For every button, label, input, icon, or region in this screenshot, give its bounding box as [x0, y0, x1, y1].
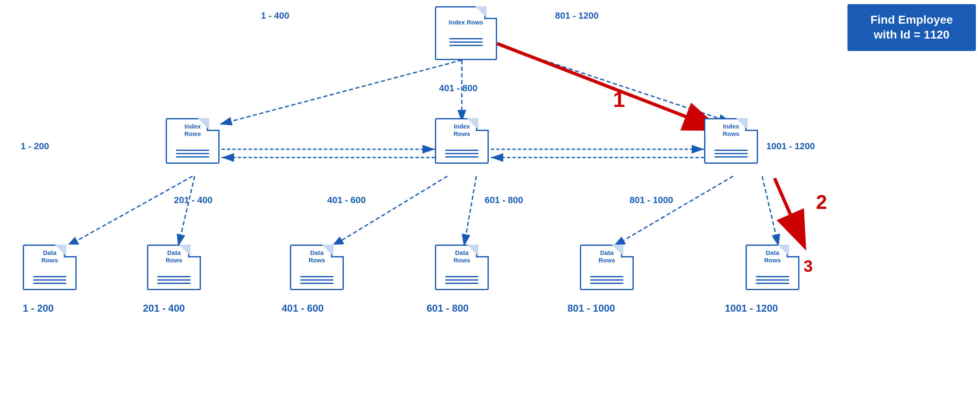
svg-line-13: [613, 176, 733, 247]
data-node-2-shape: DataRows: [147, 245, 201, 290]
data-node-3: DataRows: [290, 245, 344, 290]
bottom-label-5: 801 - 1000: [567, 303, 615, 314]
step-3-label: 3: [804, 257, 813, 276]
svg-line-12: [464, 176, 476, 247]
step-1-label: 1: [613, 87, 625, 112]
data-node-6-label: DataRows: [764, 249, 781, 264]
range-right-lower: 801 - 1000: [630, 195, 673, 206]
mid-center-index-node: IndexRows: [435, 118, 489, 164]
svg-line-15: [497, 44, 717, 128]
data-node-1-label: DataRows: [41, 249, 58, 264]
data-node-6-shape: DataRows: [746, 245, 799, 290]
mid-right-doc-shape: IndexRows: [704, 118, 758, 164]
data-node-4-label: DataRows: [454, 249, 470, 264]
info-box-line1: Find Employee: [870, 13, 953, 26]
range-right-upper: 1001 - 1200: [766, 141, 815, 152]
data-node-5-lines: [590, 274, 623, 286]
range-top-left: 1 - 400: [261, 10, 290, 21]
data-node-2-lines: [157, 274, 191, 286]
svg-line-2: [220, 60, 462, 124]
data-node-3-shape: DataRows: [290, 245, 344, 290]
data-node-3-lines: [300, 274, 333, 286]
data-node-4: DataRows: [435, 245, 489, 290]
root-doc-shape: Index Rows: [435, 6, 497, 60]
bottom-label-2: 201 - 400: [143, 303, 185, 314]
mid-left-doc-lines: [176, 148, 209, 160]
data-node-6-lines: [756, 274, 789, 286]
info-box-line2: with Id = 1120: [874, 28, 950, 41]
range-left-lower: 201 - 400: [174, 195, 212, 206]
data-node-6: DataRows: [746, 245, 799, 290]
mid-left-doc-label: IndexRows: [184, 123, 201, 138]
mid-right-doc-lines: [714, 148, 748, 160]
range-center-right: 601 - 800: [485, 195, 523, 206]
range-mid-center: 401 - 800: [439, 83, 478, 94]
range-left-upper: 1 - 200: [21, 141, 49, 152]
data-node-2: DataRows: [147, 245, 201, 290]
data-node-5-label: DataRows: [599, 249, 615, 264]
svg-line-14: [762, 176, 779, 247]
range-top-right: 801 - 1200: [555, 10, 599, 21]
root-index-node: Index Rows: [435, 6, 497, 60]
data-node-1-lines: [33, 274, 66, 286]
mid-right-index-node: IndexRows: [704, 118, 758, 164]
info-box: Find Employee with Id = 1120: [847, 4, 976, 51]
data-node-4-lines: [445, 274, 478, 286]
mid-center-doc-label: IndexRows: [454, 123, 470, 138]
diagram-container: Index Rows IndexRows IndexRows: [0, 0, 980, 412]
svg-line-4: [462, 33, 731, 122]
data-node-5-shape: DataRows: [580, 245, 634, 290]
svg-line-9: [66, 176, 193, 247]
root-doc-label: Index Rows: [449, 19, 483, 26]
data-node-5: DataRows: [580, 245, 634, 290]
data-node-4-shape: DataRows: [435, 245, 489, 290]
connections-svg: [0, 0, 980, 412]
data-node-1-shape: DataRows: [23, 245, 77, 290]
mid-right-doc-label: IndexRows: [723, 123, 739, 138]
data-node-2-label: DataRows: [166, 249, 182, 264]
step-2-label: 2: [816, 191, 827, 213]
mid-center-doc-shape: IndexRows: [435, 118, 489, 164]
mid-left-index-node: IndexRows: [166, 118, 220, 164]
svg-line-11: [331, 176, 447, 247]
mid-left-doc-shape: IndexRows: [166, 118, 220, 164]
bottom-label-1: 1 - 200: [23, 303, 54, 314]
bottom-label-4: 601 - 800: [427, 303, 468, 314]
bottom-label-6: 1001 - 1200: [725, 303, 778, 314]
svg-line-10: [178, 176, 195, 247]
data-node-1: DataRows: [23, 245, 77, 290]
root-doc-lines: [449, 36, 483, 48]
data-node-3-label: DataRows: [309, 249, 325, 264]
svg-line-16: [775, 178, 804, 245]
bottom-label-3: 401 - 600: [282, 303, 323, 314]
mid-center-doc-lines: [445, 148, 478, 160]
range-center-left: 401 - 600: [327, 195, 366, 206]
